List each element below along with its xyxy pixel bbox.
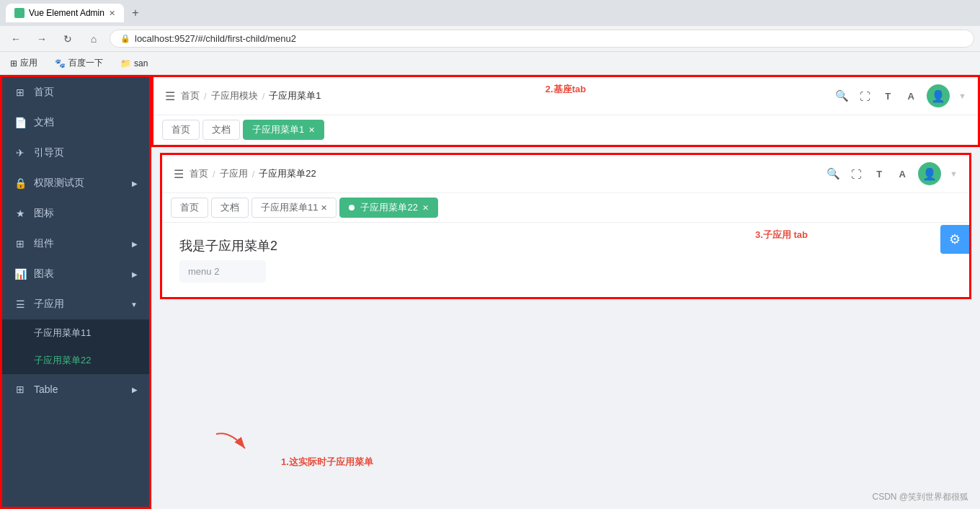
child-breadcrumb-app[interactable]: 子应用 bbox=[220, 167, 248, 180]
docs-icon: 📄 bbox=[14, 116, 27, 129]
star-icon: ★ bbox=[14, 207, 27, 220]
base-panel-header: ☰ 首页 / 子应用模块 / 子应用菜单1 🔍 ⛶ T A 👤 ▼ bbox=[153, 77, 978, 115]
nested-icon: ☰ bbox=[14, 298, 27, 311]
sidebar-item-permission[interactable]: 🔒 权限测试页 ▶ bbox=[2, 168, 149, 198]
sidebar-item-docs[interactable]: 📄 文档 bbox=[2, 107, 149, 138]
sidebar-item-table-label: Table bbox=[34, 384, 125, 395]
child-header-dropdown-arrow[interactable]: ▼ bbox=[950, 169, 958, 178]
sidebar-item-home[interactable]: ⊞ 首页 bbox=[2, 77, 149, 107]
child-tab-docs[interactable]: 文档 bbox=[211, 198, 249, 218]
table-arrow-icon: ▶ bbox=[132, 386, 138, 394]
child-panel-header: ☰ 首页 / 子应用 / 子应用菜单22 🔍 ⛶ T A 👤 ▼ bbox=[162, 155, 969, 193]
active-browser-tab[interactable]: Vue Element Admin ✕ bbox=[6, 4, 124, 22]
child-panel-content: 我是子应用菜单2 menu 2 3.子应用 tab bbox=[162, 223, 969, 297]
tab-close-icon[interactable]: ✕ bbox=[109, 9, 115, 18]
bookmark-baidu[interactable]: 🐾 百度一下 bbox=[50, 56, 107, 71]
search-icon[interactable]: 🔍 bbox=[834, 89, 849, 103]
lock-menu-icon: 🔒 bbox=[14, 177, 27, 190]
child-tab-menu22[interactable]: 子应用菜单22 ✕ bbox=[339, 198, 437, 218]
folder-icon: 📁 bbox=[120, 58, 131, 68]
sidebar-item-guide[interactable]: ✈ 引导页 bbox=[2, 138, 149, 168]
components-arrow-icon: ▶ bbox=[132, 240, 138, 248]
settings-fab[interactable]: ⚙ bbox=[940, 225, 969, 254]
sidebar-item-icon-label: 图标 bbox=[34, 207, 138, 220]
breadcrumb-module[interactable]: 子应用模块 bbox=[211, 89, 258, 102]
tab-bar: Vue Element Admin ✕ + bbox=[6, 4, 144, 22]
avatar-button[interactable]: 👤 bbox=[927, 84, 950, 107]
child-tab-menu22-label: 子应用菜单22 bbox=[360, 201, 417, 214]
sidebar-item-guide-label: 引导页 bbox=[34, 146, 138, 159]
base-tab-docs[interactable]: 文档 bbox=[202, 120, 240, 140]
breadcrumb-current: 子应用菜单1 bbox=[269, 89, 321, 102]
bookmark-apps-label: 应用 bbox=[20, 57, 37, 69]
sidebar-item-components[interactable]: ⊞ 组件 ▶ bbox=[2, 229, 149, 259]
back-button[interactable]: ← bbox=[6, 29, 26, 49]
child-font-icon[interactable]: T bbox=[872, 167, 886, 181]
child-header-actions: 🔍 ⛶ T A 👤 ▼ bbox=[826, 162, 958, 185]
new-tab-button[interactable]: + bbox=[127, 4, 144, 22]
bookmark-baidu-label: 百度一下 bbox=[68, 57, 103, 69]
child-avatar-button[interactable]: 👤 bbox=[918, 162, 941, 185]
bookmark-apps[interactable]: ⊞ 应用 bbox=[6, 56, 42, 71]
child-content-sub: menu 2 bbox=[179, 260, 266, 283]
base-tab-menu1-close[interactable]: ✕ bbox=[308, 125, 315, 135]
sidebar-item-charts[interactable]: 📊 图表 ▶ bbox=[2, 259, 149, 289]
base-menu-icon[interactable]: ☰ bbox=[165, 89, 175, 103]
child-tab-menu11-close[interactable]: ✕ bbox=[321, 203, 327, 213]
child-tab-menu22-close[interactable]: ✕ bbox=[422, 203, 429, 213]
annotation-3-label: 3.子应用 tab bbox=[755, 229, 808, 242]
lock-icon: 🔒 bbox=[120, 34, 130, 43]
child-breadcrumb-sep2: / bbox=[252, 169, 255, 180]
child-content-title: 我是子应用菜单2 bbox=[179, 237, 952, 254]
fullscreen-icon[interactable]: ⛶ bbox=[858, 89, 872, 103]
font-size-icon[interactable]: T bbox=[881, 89, 895, 103]
bookmark-san[interactable]: 📁 san bbox=[116, 57, 152, 70]
sidebar-item-nested[interactable]: ☰ 子应用 ▼ bbox=[2, 289, 149, 319]
main-content: 2.基座tab ☰ 首页 / 子应用模块 / 子应用菜单1 🔍 ⛶ T A 👤 bbox=[151, 75, 980, 509]
child-tab-menu11-label: 子应用菜单11 bbox=[261, 201, 318, 214]
url-text: localhost:9527/#/child/first-child/menu2 bbox=[135, 33, 296, 44]
base-tab-home[interactable]: 首页 bbox=[162, 120, 200, 140]
home-button[interactable]: ⌂ bbox=[84, 29, 104, 49]
child-app-panel: ☰ 首页 / 子应用 / 子应用菜单22 🔍 ⛶ T A 👤 ▼ bbox=[160, 153, 971, 299]
table-icon: ⊞ bbox=[14, 383, 27, 396]
child-tab-menu22-dot bbox=[349, 205, 355, 211]
child-tabs-bar: 首页 文档 子应用菜单11 ✕ 子应用菜单22 ✕ bbox=[162, 193, 969, 223]
base-breadcrumb: 首页 / 子应用模块 / 子应用菜单1 bbox=[181, 89, 829, 102]
child-menu-icon[interactable]: ☰ bbox=[174, 167, 184, 181]
child-breadcrumb: 首页 / 子应用 / 子应用菜单22 bbox=[190, 167, 820, 180]
base-tab-menu1-label: 子应用菜单1 bbox=[252, 123, 304, 136]
lang-icon[interactable]: A bbox=[904, 89, 918, 103]
browser-chrome: Vue Element Admin ✕ + bbox=[0, 0, 980, 26]
sidebar-item-home-label: 首页 bbox=[34, 86, 138, 99]
sidebar-item-charts-label: 图表 bbox=[34, 267, 125, 280]
breadcrumb-home[interactable]: 首页 bbox=[181, 89, 200, 102]
child-tab-home[interactable]: 首页 bbox=[171, 198, 208, 218]
home-icon: ⊞ bbox=[14, 86, 27, 99]
sidebar-submenu-item-menu22[interactable]: 子应用菜单22 bbox=[2, 347, 149, 374]
bookmark-san-label: san bbox=[134, 58, 148, 68]
sidebar-item-table[interactable]: ⊞ Table ▶ bbox=[2, 374, 149, 404]
child-tab-menu11[interactable]: 子应用菜单11 ✕ bbox=[251, 198, 337, 218]
sidebar-submenu-item-menu11[interactable]: 子应用菜单11 bbox=[2, 319, 149, 347]
child-search-icon[interactable]: 🔍 bbox=[826, 167, 840, 181]
child-lang-icon[interactable]: A bbox=[895, 167, 909, 181]
base-tab-menu1[interactable]: 子应用菜单1 ✕ bbox=[243, 120, 324, 140]
sidebar-submenu-nested: 子应用菜单11 子应用菜单22 bbox=[2, 319, 149, 374]
url-bar[interactable]: 🔒 localhost:9527/#/child/first-child/men… bbox=[110, 30, 974, 48]
sidebar-item-nested-label: 子应用 bbox=[34, 298, 123, 311]
apps-icon: ⊞ bbox=[10, 58, 17, 68]
forward-button[interactable]: → bbox=[32, 29, 52, 49]
child-breadcrumb-home[interactable]: 首页 bbox=[190, 167, 208, 180]
guide-icon: ✈ bbox=[14, 146, 27, 159]
sidebar: ⊞ 首页 📄 文档 ✈ 引导页 🔒 权限测试页 ▶ ★ 图标 ⊞ 组件 ▶ bbox=[0, 75, 151, 509]
child-fullscreen-icon[interactable]: ⛶ bbox=[849, 167, 863, 181]
header-dropdown-arrow[interactable]: ▼ bbox=[958, 92, 966, 100]
sidebar-item-permission-label: 权限测试页 bbox=[34, 177, 125, 190]
base-header-actions: 🔍 ⛶ T A 👤 ▼ bbox=[834, 84, 966, 107]
sidebar-item-icon[interactable]: ★ 图标 bbox=[2, 198, 149, 229]
arrow-icon: ▶ bbox=[132, 180, 138, 187]
refresh-button[interactable]: ↻ bbox=[58, 29, 78, 49]
breadcrumb-sep2: / bbox=[262, 91, 265, 102]
child-breadcrumb-sep1: / bbox=[213, 169, 215, 180]
